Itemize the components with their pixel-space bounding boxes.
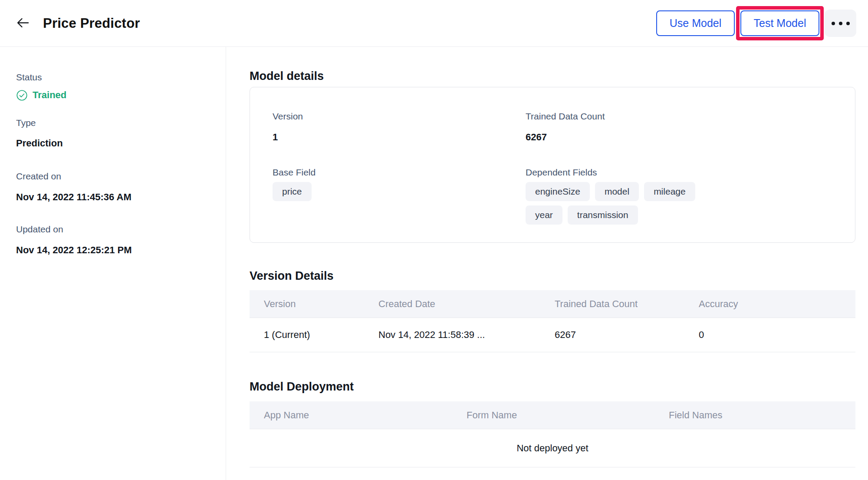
main-content: Model details Version 1 Trained Data Cou… xyxy=(226,47,868,480)
type-value: Prediction xyxy=(16,137,213,149)
trained-data-count-field: Trained Data Count 6267 xyxy=(526,111,838,143)
status-badge: Trained xyxy=(16,89,213,101)
status-label: Status xyxy=(16,72,213,83)
dependent-fields-chips: engineSize model mileage year transmissi… xyxy=(526,182,734,225)
model-deployment-heading: Model Deployment xyxy=(250,380,855,393)
test-model-highlight-annotation: Test Model xyxy=(736,6,824,40)
field-chip: model xyxy=(595,182,639,201)
version-label: Version xyxy=(273,111,526,122)
version-cell: 1 (Current) xyxy=(250,329,378,341)
model-details-card: Version 1 Trained Data Count 6267 Base F… xyxy=(250,87,855,243)
ellipsis-icon xyxy=(832,22,850,25)
sidebar: Status Trained Type Prediction Created o… xyxy=(0,47,226,480)
column-header: Accuracy xyxy=(699,298,855,310)
page-title: Price Predictor xyxy=(43,16,140,31)
created-on-value: Nov 14, 2022 11:45:36 AM xyxy=(16,191,213,203)
empty-state-message: Not deployed yet xyxy=(250,429,855,467)
dependent-fields-label: Dependent Fields xyxy=(526,167,838,178)
check-circle-icon xyxy=(16,89,28,101)
more-options-button[interactable] xyxy=(825,10,856,37)
version-field: Version 1 xyxy=(273,111,526,143)
model-deployment-table-header: App Name Form Name Field Names xyxy=(250,401,855,429)
version-details-heading: Version Details xyxy=(250,269,855,282)
updated-on-value: Nov 14, 2022 12:25:21 PM xyxy=(16,244,213,256)
model-deployment-table: App Name Form Name Field Names Not deplo… xyxy=(250,401,855,467)
field-chip: mileage xyxy=(644,182,695,201)
column-header: Form Name xyxy=(467,410,669,421)
back-button[interactable] xyxy=(16,16,30,31)
field-chip: transmission xyxy=(568,205,638,225)
accuracy-cell: 0 xyxy=(699,329,855,341)
status-value: Trained xyxy=(33,89,66,101)
use-model-button[interactable]: Use Model xyxy=(656,10,735,36)
test-model-button[interactable]: Test Model xyxy=(740,10,819,36)
model-details-heading: Model details xyxy=(250,70,855,83)
base-field-chips: price xyxy=(273,182,481,201)
table-row: 1 (Current) Nov 14, 2022 11:58:39 ... 62… xyxy=(250,318,855,352)
created-date-cell: Nov 14, 2022 11:58:39 ... xyxy=(378,329,555,341)
column-header: Trained Data Count xyxy=(555,298,699,310)
trained-data-count-value: 6267 xyxy=(526,131,838,143)
field-chip: year xyxy=(526,205,562,225)
version-details-table-header: Version Created Date Trained Data Count … xyxy=(250,290,855,318)
arrow-left-icon xyxy=(16,16,30,31)
trained-data-count-cell: 6267 xyxy=(555,329,699,341)
base-field-label: Base Field xyxy=(273,167,526,178)
version-value: 1 xyxy=(273,131,526,143)
header: Price Predictor Use Model Test Model xyxy=(0,0,868,47)
created-on-label: Created on xyxy=(16,171,213,182)
version-details-table: Version Created Date Trained Data Count … xyxy=(250,290,855,352)
field-chip: price xyxy=(273,182,312,201)
column-header: Field Names xyxy=(669,410,855,421)
column-header: App Name xyxy=(250,410,467,421)
base-field: Base Field price xyxy=(273,167,526,225)
dependent-fields: Dependent Fields engineSize model mileag… xyxy=(526,167,838,225)
type-label: Type xyxy=(16,117,213,129)
column-header: Version xyxy=(250,298,378,310)
column-header: Created Date xyxy=(378,298,555,310)
trained-data-count-label: Trained Data Count xyxy=(526,111,838,122)
updated-on-label: Updated on xyxy=(16,224,213,235)
header-actions: Use Model Test Model xyxy=(656,6,856,40)
field-chip: engineSize xyxy=(526,182,590,201)
